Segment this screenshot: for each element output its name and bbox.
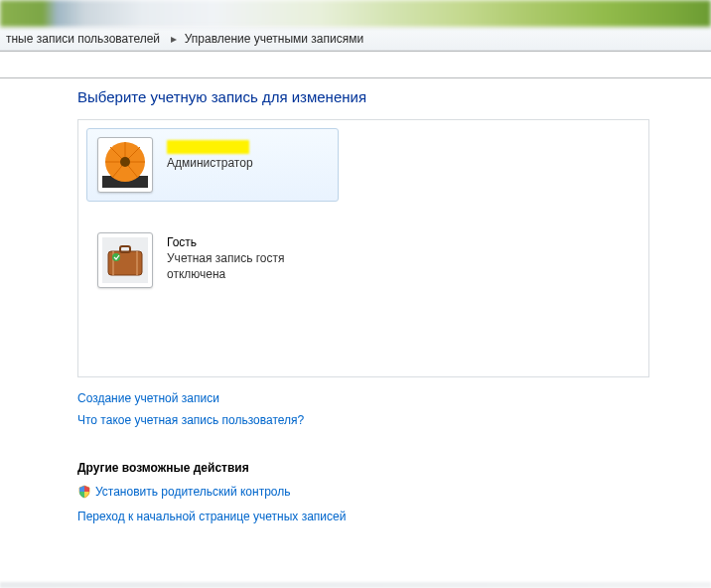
account-role-admin: Администратор	[167, 156, 253, 170]
suitcase-avatar-icon	[102, 237, 148, 283]
link-parental-controls[interactable]: Установить родительский контроль	[95, 485, 291, 499]
page-heading: Выберите учетную запись для изменения	[77, 88, 711, 105]
link-accounts-home[interactable]: Переход к начальной странице учетных зап…	[77, 510, 346, 523]
other-actions-title: Другие возможные действия	[77, 457, 711, 479]
flower-avatar-icon	[102, 142, 148, 188]
account-status-guest: Учетная запись гостя отключена	[167, 251, 285, 281]
account-name-admin: Виктор	[167, 140, 249, 154]
account-tile-admin[interactable]: Виктор Администратор	[86, 128, 339, 202]
svg-point-10	[120, 157, 130, 167]
chevron-right-icon: ▸	[169, 27, 179, 51]
link-create-account[interactable]: Создание учетной записи	[77, 391, 219, 405]
breadcrumb-segment-users[interactable]: тные записи пользователей	[4, 27, 166, 51]
account-tile-guest[interactable]: Гость Учетная запись гостя отключена	[86, 223, 339, 297]
account-links: Создание учетной записи Что такое учетна…	[77, 387, 711, 431]
breadcrumb[interactable]: тные записи пользователей ▸ Управление у…	[0, 27, 711, 52]
window-bottom-blur	[0, 582, 711, 588]
svg-rect-15	[136, 251, 138, 275]
avatar	[97, 137, 153, 193]
window-titlebar-blur	[0, 0, 711, 27]
avatar	[97, 232, 153, 288]
breadcrumb-segment-manage[interactable]: Управление учетными записями	[183, 27, 369, 51]
other-actions: Другие возможные действия Установить род…	[77, 457, 711, 527]
accounts-panel: Виктор Администратор Гость	[77, 119, 649, 377]
uac-shield-icon	[77, 484, 91, 506]
account-name-guest: Гость	[167, 235, 197, 249]
link-what-is-account[interactable]: Что такое учетная запись пользователя?	[77, 413, 304, 427]
